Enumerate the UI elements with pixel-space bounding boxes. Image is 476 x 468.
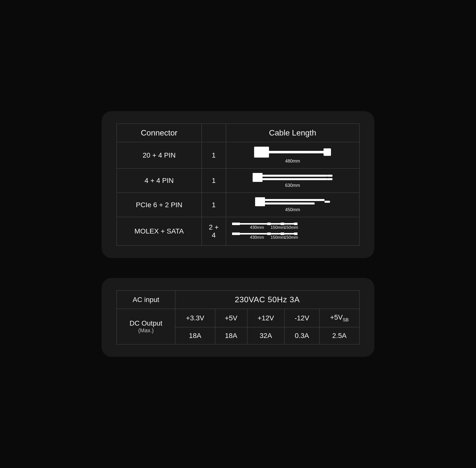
connector-header: Connector bbox=[117, 124, 202, 142]
connector-block bbox=[253, 173, 263, 182]
seg2-line-bot bbox=[284, 233, 294, 234]
table-row: 4 + 4 PIN 1 bbox=[117, 168, 359, 193]
label-150-2-bot: 150mm bbox=[284, 235, 298, 240]
main-seg bbox=[240, 223, 267, 225]
col-neg12v: -12V bbox=[284, 309, 319, 327]
cable-length-header: Cable Length bbox=[226, 124, 359, 142]
end-connectors bbox=[325, 201, 330, 203]
ac-input-label-cell: AC input bbox=[117, 291, 175, 309]
connector-qty: 1 bbox=[202, 168, 226, 193]
bot-labels: 430mm 150mm 150mm bbox=[232, 235, 298, 240]
col-5v: +5V bbox=[215, 309, 247, 327]
cable-length-label: 450mm bbox=[285, 207, 300, 212]
label-430-top: 430mm bbox=[243, 225, 271, 230]
label-150-1-top: 150mm bbox=[271, 225, 284, 230]
dc-output-label-cell: DC Output (Max.) bbox=[117, 309, 175, 344]
connector-qty: 2 + 4 bbox=[202, 217, 226, 246]
dc-header-row: DC Output (Max.) +3.3V +5V +12V -12V +5V… bbox=[117, 309, 359, 327]
cable-line-bot bbox=[263, 178, 327, 180]
main-connector bbox=[232, 223, 240, 225]
val-5v: 18A bbox=[215, 327, 247, 344]
end-connectors bbox=[327, 175, 332, 180]
dc-output-label: DC Output bbox=[123, 319, 169, 327]
cable-visual-cell: 430mm 150mm 150mm bbox=[226, 217, 359, 246]
connector-card: Connector Cable Length 20 + 4 PIN 1 bbox=[102, 111, 374, 258]
label-150-1-bot: 150mm bbox=[271, 235, 284, 240]
val-neg12v: 0.3A bbox=[284, 327, 319, 344]
molex-sata-diagram: 430mm 150mm 150mm bbox=[232, 222, 353, 241]
connector-name: 20 + 4 PIN bbox=[117, 142, 202, 168]
ac-input-value-cell: 230VAC 50Hz 3A bbox=[175, 291, 359, 309]
col-5vsb: +5VSB bbox=[319, 309, 359, 327]
top-cable-visual bbox=[232, 223, 298, 225]
split-cable bbox=[263, 175, 327, 180]
cable-visual bbox=[232, 197, 353, 206]
seg2-connector-bot bbox=[281, 233, 284, 235]
cable-length-label: 480mm bbox=[285, 159, 300, 164]
connector-name: MOLEX + SATA bbox=[117, 217, 202, 246]
table-row: MOLEX + SATA 2 + 4 bbox=[117, 217, 359, 246]
val-33v: 18A bbox=[175, 327, 215, 344]
seg3-connector-bot bbox=[294, 233, 298, 235]
split-cable bbox=[265, 199, 325, 204]
connector-name: PCIe 6 + 2 PIN bbox=[117, 193, 202, 217]
table-row: 20 + 4 PIN 1 480mm bbox=[117, 142, 359, 168]
cable-row-top: 430mm 150mm 150mm bbox=[232, 223, 298, 230]
val-12v: 32A bbox=[247, 327, 284, 344]
label-430-bot: 430mm bbox=[243, 235, 271, 240]
cable-visual-cell: 450mm bbox=[226, 193, 359, 217]
dc-output-card: AC input 230VAC 50Hz 3A DC Output (Max.)… bbox=[102, 278, 374, 357]
top-labels: 430mm 150mm 150mm bbox=[232, 225, 298, 230]
connector-qty: 1 bbox=[202, 142, 226, 168]
connector-name: 4 + 4 PIN bbox=[117, 168, 202, 193]
cable-line-top bbox=[265, 199, 325, 201]
val-5vsb: 2.5A bbox=[319, 327, 359, 344]
cable-line-bot bbox=[265, 202, 315, 204]
cable-length-label: 630mm bbox=[285, 183, 300, 188]
seg2-connector bbox=[281, 223, 284, 225]
dc-output-sublabel: (Max.) bbox=[123, 327, 169, 334]
seg3-connector bbox=[294, 223, 298, 225]
col-33v: +3.3V bbox=[175, 309, 215, 327]
main-seg-bot bbox=[240, 233, 267, 234]
cable-line bbox=[269, 151, 324, 153]
table-row: PCIe 6 + 2 PIN 1 bbox=[117, 193, 359, 217]
cable-4-4-diagram: 630mm bbox=[232, 173, 353, 188]
ac-input-row: AC input 230VAC 50Hz 3A bbox=[117, 291, 359, 309]
connector-block bbox=[254, 147, 269, 158]
seg1-line bbox=[271, 223, 281, 225]
cable-visual bbox=[232, 173, 353, 182]
bot-cable-visual bbox=[232, 233, 298, 235]
cable-line-top bbox=[263, 175, 327, 177]
cable-visual bbox=[232, 147, 353, 158]
cable-end-bot bbox=[327, 178, 332, 180]
col-12v: +12V bbox=[247, 309, 284, 327]
connector-table: Connector Cable Length 20 + 4 PIN 1 bbox=[117, 124, 359, 246]
cable-end-top bbox=[325, 201, 330, 203]
cable-pcie-diagram: 450mm bbox=[232, 197, 353, 212]
cable-row-bot: 430mm 150mm 150mm bbox=[232, 233, 298, 240]
cable-end-block bbox=[324, 148, 331, 156]
dc-output-table: AC input 230VAC 50Hz 3A DC Output (Max.)… bbox=[117, 290, 359, 344]
seg1-connector-bot bbox=[267, 233, 271, 235]
label-150-2-top: 150mm bbox=[284, 225, 298, 230]
seg1-line-bot bbox=[271, 233, 281, 234]
connector-qty: 1 bbox=[202, 193, 226, 217]
connector-block bbox=[255, 197, 265, 206]
cable-visual-cell: 630mm bbox=[226, 168, 359, 193]
seg2-line bbox=[284, 223, 294, 225]
sb-subscript: SB bbox=[343, 317, 349, 322]
main-connector-bot bbox=[232, 233, 240, 235]
cable-visual-cell: 480mm bbox=[226, 142, 359, 168]
cable-end-top bbox=[327, 175, 332, 177]
qty-header bbox=[202, 124, 226, 142]
seg1-connector bbox=[267, 223, 271, 225]
cable-20-4-diagram: 480mm bbox=[232, 147, 353, 164]
